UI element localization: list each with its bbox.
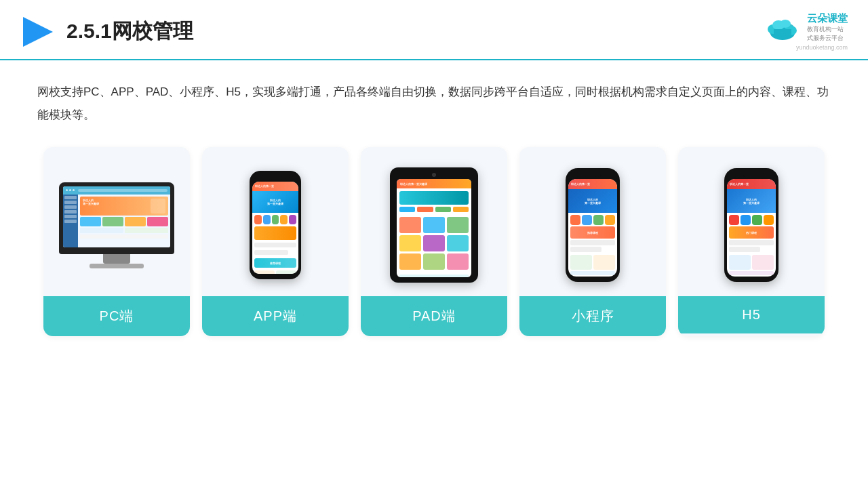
logo-text-block: 云朵课堂 教育机构一站 式服务云平台 — [807, 12, 848, 43]
svg-rect-8 — [774, 29, 791, 36]
logo-name: 云朵课堂 — [807, 12, 848, 25]
card-miniprogram-label: 小程序 — [519, 296, 666, 336]
card-pad-label: PAD端 — [361, 296, 507, 336]
card-pc-label: PC端 — [43, 296, 190, 336]
card-pad-image: 职达人的第一堂兴趣课 — [361, 147, 507, 296]
cards-row: 职达人的第一堂兴趣课 — [37, 147, 831, 336]
logo-icon — [764, 16, 802, 40]
body: 网校支持PC、APP、PAD、小程序、H5，实现多端打通，产品各终端自由切换，数… — [0, 60, 868, 350]
card-app-label: APP端 — [202, 296, 349, 336]
card-miniprogram: 职达人的第一堂 职达人的第一堂兴趣课 — [519, 147, 666, 336]
app-phone: 职达人的第一堂 职达人的第一堂兴趣课 — [250, 171, 301, 279]
svg-point-7 — [780, 20, 791, 28]
miniprogram-phone: 职达人的第一堂 职达人的第一堂兴趣课 — [566, 168, 620, 282]
header: 2.5.1网校管理 云朵课堂 教育机构一站 式服务云平台 yunduoketan… — [0, 0, 868, 60]
card-app-image: 职达人的第一堂 职达人的第一堂兴趣课 — [202, 147, 349, 296]
play-icon — [20, 14, 56, 49]
pc-monitor: 职达人的第一堂兴趣课 — [59, 182, 174, 268]
card-app: 职达人的第一堂 职达人的第一堂兴趣课 — [202, 147, 349, 336]
header-left: 2.5.1网校管理 — [20, 14, 193, 49]
card-miniprogram-image: 职达人的第一堂 职达人的第一堂兴趣课 — [519, 147, 666, 296]
h5-phone: 职达人的第一堂 职达人的第一堂兴趣课 — [724, 168, 778, 282]
logo-tagline: 教育机构一站 式服务云平台 — [807, 25, 848, 43]
card-h5-label: H5 — [678, 296, 825, 333]
logo-url: yunduoketang.com — [796, 44, 848, 51]
card-pc: 职达人的第一堂兴趣课 — [43, 147, 190, 336]
description: 网校支持PC、APP、PAD、小程序、H5，实现多端打通，产品各终端自由切换，数… — [37, 81, 831, 127]
card-h5-image: 职达人的第一堂 职达人的第一堂兴趣课 — [678, 147, 825, 296]
svg-marker-0 — [23, 17, 53, 47]
card-pc-image: 职达人的第一堂兴趣课 — [43, 147, 190, 296]
card-h5: 职达人的第一堂 职达人的第一堂兴趣课 — [678, 147, 825, 336]
logo-area: 云朵课堂 教育机构一站 式服务云平台 yunduoketang.com — [764, 12, 848, 51]
pad-tablet: 职达人的第一堂兴趣课 — [390, 167, 478, 283]
page-title: 2.5.1网校管理 — [66, 18, 193, 45]
card-pad: 职达人的第一堂兴趣课 — [361, 147, 507, 336]
